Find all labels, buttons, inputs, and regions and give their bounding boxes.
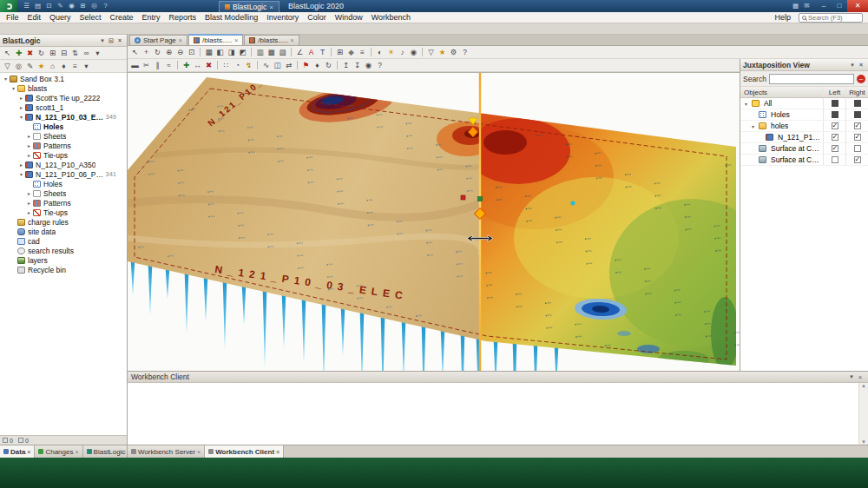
status-tab-workbench-client[interactable]: Workbench Client× [205,445,284,458]
charge-tool-icon[interactable]: ↯ [243,60,254,71]
table-row-holes-1[interactable]: Holes [740,109,868,121]
table-row-n-121-p10-03-elec-3[interactable]: N_121_P10_03_ELEC [740,132,868,143]
expander-icon[interactable]: ▸ [25,190,33,196]
delete-hole-icon[interactable]: ✖ [203,60,214,71]
right-checkbox[interactable] [854,145,861,152]
measure-icon[interactable]: ∠ [294,47,306,58]
left-checkbox[interactable] [832,134,838,141]
tree-item-sheets[interactable]: ▸Sheets [0,131,127,141]
pin-icon[interactable]: ⊡ [107,37,115,44]
table-row-holes-2[interactable]: ▾holes [740,121,868,132]
wireframe-icon[interactable]: ▥ [254,47,266,58]
tree-item-search-results[interactable]: search results [0,246,127,255]
status-tab-blastlogic[interactable]: BlastLogic× [83,445,128,458]
expander-icon[interactable]: ▸ [17,95,25,101]
tree-item-patterns[interactable]: ▸Patterns [0,198,127,208]
tree-item-holes[interactable]: Holes [0,179,127,188]
compare-icon[interactable]: ⇄ [283,60,294,71]
tree-home-icon[interactable]: ⌂ [47,61,58,72]
favourite-icon[interactable]: ★ [437,47,448,58]
tree-star-icon[interactable]: ★ [36,61,47,72]
column-left[interactable]: Left [823,87,845,97]
right-checkbox[interactable] [854,134,861,141]
pan-icon[interactable]: + [141,47,152,58]
tree-refresh-icon[interactable]: ↻ [36,48,47,59]
tree-filter-icon[interactable]: ▽ [2,61,13,72]
right-checkbox[interactable] [854,100,861,107]
grid-toggle-icon[interactable]: ⊞ [334,47,345,58]
clip-icon[interactable]: ✂ [141,60,152,71]
panel-menu-icon[interactable]: ▾ [98,37,107,44]
tree-item-sand-box-3-1[interactable]: ▾Sand Box 3.1 [0,74,127,83]
tree-item-holes[interactable]: Holes [0,122,127,131]
snap-icon[interactable]: ◆ [345,47,357,58]
record-icon[interactable]: ◉ [67,1,76,11]
maximize-button[interactable]: □ [832,0,847,12]
right-anchor-handle[interactable] [478,197,483,201]
close-tab-icon[interactable]: × [276,449,279,455]
menu-select[interactable]: Select [76,12,106,23]
shaded-icon[interactable]: ▩ [266,47,277,58]
save-icon[interactable]: ▤ [33,1,43,11]
lighting-icon[interactable]: ☀ [385,47,397,58]
expander-icon[interactable]: ▾ [749,123,757,129]
global-search[interactable] [799,13,863,23]
keyboard-icon[interactable]: ▦ [791,1,800,11]
refresh-view-icon[interactable]: ↻ [323,60,334,71]
expander-icon[interactable]: ▾ [17,114,25,120]
orbit-icon[interactable]: ↻ [152,47,163,58]
close-button[interactable]: ✕ [847,0,868,12]
scroll-up-icon[interactable]: ▲ [861,383,866,388]
expander-icon[interactable]: ▸ [25,133,33,139]
menu-blast-modelling[interactable]: Blast Modelling [201,12,262,23]
tree-item-recycle-bin[interactable]: Recycle bin [0,265,127,274]
tree-item-layers[interactable]: layers [0,255,127,265]
menu-help[interactable]: Help [770,12,795,23]
expander-icon[interactable]: ▾ [17,171,25,177]
expander-icon[interactable]: ▾ [2,76,10,82]
tree-item-scott-s-tie-up-2222[interactable]: ▸Scott's Tie up_2222 [0,93,127,102]
zoom-out-icon[interactable]: ⊖ [174,47,186,58]
tree-item-tie-ups[interactable]: ▸Tie-ups [0,208,127,217]
zoom-extents-icon[interactable]: ⊡ [186,47,197,58]
doc-tab-blasts-1[interactable]: /blasts.....× [188,34,243,45]
expander-icon[interactable]: ▸ [25,200,33,206]
close-workbench-client-icon[interactable]: × [856,374,865,380]
tree-edit-icon[interactable]: ✎ [24,61,36,72]
layers-icon[interactable]: ≡ [357,47,368,58]
panel-dropdown-icon[interactable]: ▾ [847,373,856,380]
app-tab-blastlogic[interactable]: BlastLogic × [219,1,279,12]
tree-item-cad[interactable]: cad [0,236,127,246]
expander-icon[interactable]: ▸ [25,209,33,215]
row2-help-icon[interactable]: ? [374,60,385,71]
close-tab-icon[interactable]: × [234,37,238,43]
clear-filter-icon[interactable]: – [857,75,865,83]
column-right[interactable]: Right [845,87,868,97]
link-icon[interactable]: ∞ [81,48,92,59]
tree-delete-icon[interactable]: ✖ [24,48,36,59]
sort-icon[interactable]: ⇅ [69,48,81,59]
expand-all-icon[interactable]: ⊞ [47,48,58,59]
menu-reports[interactable]: Reports [165,12,201,23]
pin-marker-icon[interactable]: ♦ [312,60,323,71]
left-checkbox[interactable] [832,100,838,107]
collapse-all-icon[interactable]: ⊟ [58,48,69,59]
menu-window[interactable]: Window [331,12,367,23]
column-objects[interactable]: Objects [740,87,823,97]
text-tool-icon[interactable]: T [317,47,328,58]
add-hole-icon[interactable]: ✚ [181,60,192,71]
select-arrow-icon[interactable]: ↖ [129,47,141,58]
left-checkbox[interactable] [832,122,838,129]
status-tab-changes[interactable]: Changes× [35,445,82,458]
move-hole-icon[interactable]: ↔ [192,60,203,71]
expander-icon[interactable]: ▾ [742,101,750,107]
tree-item-scott1-1[interactable]: ▸scott1_1 [0,102,127,112]
right-checkbox[interactable] [854,156,861,163]
edit-icon[interactable]: ✎ [56,1,65,11]
timing-icon[interactable]: ◔ [232,60,243,71]
doc-tab-start-page-0[interactable]: Start Page× [129,35,187,45]
3d-viewport[interactable]: N_121_P10_03_ELEC N_121_P10_03_ELEC [128,72,740,371]
status-tab-workbench-server[interactable]: Workbench Server× [128,445,205,458]
settings-icon[interactable]: ⚙ [448,47,459,58]
expander-icon[interactable]: ▸ [25,152,33,158]
